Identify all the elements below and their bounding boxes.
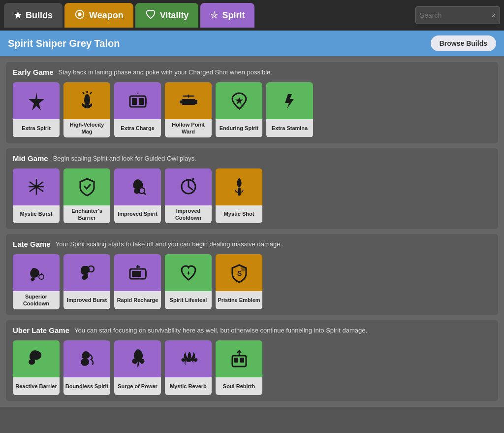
item-improved-cooldown[interactable]: Improved Cooldown — [165, 168, 212, 224]
vitality-icon — [145, 9, 156, 22]
extra-spirit-name: Extra Spirit — [13, 119, 60, 137]
extra-charge-icon — [114, 82, 161, 119]
tab-spirit-label: Spirit — [222, 10, 245, 21]
svg-rect-31 — [132, 271, 141, 277]
soul-rebirth-icon — [216, 340, 262, 377]
item-improved-spirit[interactable]: Improved Spirit — [114, 168, 161, 224]
improved-cooldown-name: Improved Cooldown — [165, 205, 212, 224]
hollow-point-ward-icon — [165, 82, 212, 119]
pristine-emblem-icon: S — [216, 254, 262, 291]
weapon-icon — [74, 9, 85, 22]
extra-stamina-name: Extra Stamina — [266, 119, 313, 137]
svg-point-34 — [241, 266, 246, 271]
tab-spirit[interactable]: ☆ Spirit — [200, 3, 254, 28]
superior-cooldown-icon — [13, 254, 60, 291]
mid-game-items: Mystic Burst Enchanter's Barrier Improve… — [13, 168, 491, 224]
item-spirit-lifesteal[interactable]: Spirit Lifesteal — [165, 254, 212, 309]
item-mystic-shot[interactable]: Mystic Shot — [216, 168, 262, 224]
search-close-icon[interactable]: × — [492, 11, 496, 19]
enduring-spirit-name: Enduring Spirit — [216, 119, 262, 137]
high-velocity-mag-name: High-Velocity Mag — [63, 119, 110, 137]
enchanters-barrier-icon — [63, 168, 110, 205]
item-improved-burst[interactable]: Improved Burst — [63, 254, 110, 309]
early-game-items: Extra Spirit High-Velocity Mag Extra Cha… — [13, 82, 491, 137]
improved-spirit-name: Improved Spirit — [114, 205, 161, 223]
late-game-section: Late Game Your Spirit scaling starts to … — [6, 234, 498, 315]
search-input[interactable] — [420, 11, 489, 19]
mystic-shot-name: Mystic Shot — [216, 205, 262, 223]
uber-late-game-section: Uber Late Game You can start focusing on… — [6, 320, 498, 401]
early-game-section: Early Game Stay back in laning phase and… — [6, 62, 498, 143]
early-game-desc: Stay back in laning phase and poke with … — [59, 68, 272, 76]
mid-game-section: Mid Game Begin scaling Spirit and look f… — [6, 148, 498, 230]
item-superior-cooldown[interactable]: Superior Cooldown — [13, 254, 60, 309]
item-extra-spirit[interactable]: Extra Spirit — [13, 82, 60, 137]
pristine-emblem-name: Pristine Emblem — [216, 291, 262, 309]
search-box: × — [415, 6, 500, 24]
superior-cooldown-name: Superior Cooldown — [13, 291, 60, 309]
soul-rebirth-name: Soul Rebirth — [216, 377, 262, 395]
extra-charge-name: Extra Charge — [114, 119, 161, 137]
rapid-recharge-icon — [114, 254, 161, 291]
item-surge-of-power[interactable]: Surge of Power — [114, 340, 161, 395]
tab-vitality[interactable]: Vitality — [135, 3, 199, 28]
reactive-barrier-icon — [13, 340, 60, 377]
improved-spirit-icon — [114, 168, 161, 205]
high-velocity-mag-icon — [63, 82, 110, 119]
item-boundless-spirit[interactable]: Boundless Spirit — [63, 340, 110, 395]
mystic-reverb-icon — [165, 340, 212, 377]
item-enduring-spirit[interactable]: Enduring Spirit — [216, 82, 262, 137]
boundless-spirit-icon — [63, 340, 110, 377]
tab-weapon[interactable]: Weapon — [64, 3, 133, 28]
browse-builds-button[interactable]: Browse Builds — [431, 35, 496, 51]
extra-stamina-icon — [266, 82, 313, 119]
item-high-velocity-mag[interactable]: High-Velocity Mag — [63, 82, 110, 137]
builds-star-icon: ★ — [14, 10, 22, 21]
early-game-header: Early Game Stay back in laning phase and… — [13, 68, 491, 76]
svg-point-2 — [84, 94, 90, 106]
late-game-items: Superior Cooldown Improved Burst Rapid R… — [13, 254, 491, 309]
svg-point-1 — [78, 12, 81, 16]
svg-rect-8 — [139, 98, 144, 105]
item-extra-charge[interactable]: Extra Charge — [114, 82, 161, 137]
item-reactive-barrier[interactable]: Reactive Barrier — [13, 340, 60, 395]
item-mystic-burst[interactable]: Mystic Burst — [13, 168, 60, 224]
rapid-recharge-name: Rapid Recharge — [114, 291, 161, 309]
mystic-burst-icon — [13, 168, 60, 205]
build-header: Spirit Sniper Grey Talon Browse Builds — [0, 31, 504, 56]
uber-late-game-items: Reactive Barrier Boundless Spirit Surge … — [13, 340, 491, 395]
svg-point-23 — [34, 185, 38, 189]
improved-burst-name: Improved Burst — [63, 291, 110, 309]
svg-text:S: S — [237, 269, 242, 277]
uber-late-game-desc: You can start focusing on survivability … — [74, 327, 367, 334]
svg-point-28 — [39, 274, 44, 279]
svg-rect-12 — [180, 100, 183, 103]
main-content: Early Game Stay back in laning phase and… — [0, 56, 504, 407]
svg-rect-7 — [132, 98, 137, 105]
item-hollow-point-ward[interactable]: Hollow Point Ward — [165, 82, 212, 137]
mid-game-header: Mid Game Begin scaling Spirit and look f… — [13, 154, 491, 163]
mystic-burst-name: Mystic Burst — [13, 205, 60, 223]
uber-late-game-label: Uber Late Game — [13, 326, 69, 334]
late-game-label: Late Game — [13, 240, 51, 248]
boundless-spirit-name: Boundless Spirit — [63, 377, 110, 395]
tab-builds-label: Builds — [26, 10, 53, 21]
svg-rect-10 — [182, 99, 195, 105]
tab-vitality-label: Vitality — [160, 10, 189, 21]
tab-builds[interactable]: ★ Builds — [4, 3, 63, 28]
uber-late-game-header: Uber Late Game You can start focusing on… — [13, 326, 491, 334]
spirit-icon: ☆ — [210, 10, 218, 21]
svg-line-25 — [144, 193, 146, 195]
spirit-lifesteal-name: Spirit Lifesteal — [165, 291, 212, 309]
item-rapid-recharge[interactable]: Rapid Recharge — [114, 254, 161, 309]
item-pristine-emblem[interactable]: S Pristine Emblem — [216, 254, 262, 309]
item-mystic-reverb[interactable]: Mystic Reverb — [165, 340, 212, 395]
svg-rect-27 — [238, 188, 241, 196]
item-enchanters-barrier[interactable]: Enchanter's Barrier — [63, 168, 110, 224]
mid-game-label: Mid Game — [13, 154, 48, 163]
item-extra-stamina[interactable]: Extra Stamina — [266, 82, 313, 137]
spirit-lifesteal-icon — [165, 254, 212, 291]
tab-weapon-label: Weapon — [89, 10, 124, 21]
mid-game-desc: Begin scaling Spirit and look for Guided… — [53, 155, 196, 162]
item-soul-rebirth[interactable]: Soul Rebirth — [216, 340, 262, 395]
